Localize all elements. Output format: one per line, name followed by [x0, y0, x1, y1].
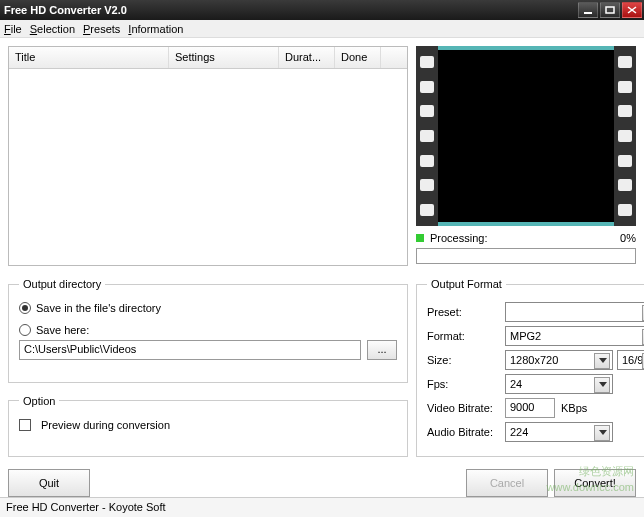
col-done[interactable]: Done — [335, 47, 381, 68]
col-settings[interactable]: Settings — [169, 47, 279, 68]
minimize-button[interactable] — [578, 2, 598, 18]
preset-select[interactable] — [505, 302, 644, 322]
format-label: Format: — [427, 330, 501, 342]
col-duration[interactable]: Durat... — [279, 47, 335, 68]
svg-rect-1 — [606, 7, 614, 13]
radio-save-here-label: Save here: — [36, 324, 89, 336]
radio-save-same[interactable] — [19, 302, 31, 314]
status-text: Free HD Converter - Koyote Soft — [6, 501, 166, 513]
processing-led-icon — [416, 234, 424, 242]
svg-rect-0 — [584, 12, 592, 14]
table-header: Title Settings Durat... Done — [9, 47, 407, 69]
menu-file[interactable]: File — [4, 23, 22, 35]
quit-button[interactable]: Quit — [8, 469, 90, 497]
file-list-table[interactable]: Title Settings Durat... Done — [8, 46, 408, 266]
option-group: Option Preview during conversion — [8, 395, 408, 458]
processing-percent: 0% — [620, 232, 636, 244]
output-directory-group: Output directory Save in the file's dire… — [8, 278, 408, 383]
menu-bar: File Selection Presets Information — [0, 20, 644, 38]
video-screen — [438, 50, 614, 222]
status-bar: Free HD Converter - Koyote Soft — [0, 497, 644, 517]
output-format-legend: Output Format — [427, 278, 506, 290]
radio-save-same-label: Save in the file's directory — [36, 302, 161, 314]
preview-checkbox-label: Preview during conversion — [41, 419, 170, 431]
film-sprocket-left — [416, 46, 438, 226]
close-button[interactable] — [622, 2, 642, 18]
video-bitrate-unit: KBps — [561, 402, 587, 414]
audio-bitrate-label: Audio Bitrate: — [427, 426, 501, 438]
menu-selection[interactable]: Selection — [30, 23, 75, 35]
audio-bitrate-select[interactable]: 224 — [505, 422, 613, 442]
convert-button[interactable]: Convert! — [554, 469, 636, 497]
window-title: Free HD Converter V2.0 — [4, 4, 127, 16]
radio-save-here[interactable] — [19, 324, 31, 336]
film-preview — [416, 46, 636, 226]
processing-label: Processing: — [430, 232, 487, 244]
button-row: Quit Cancel Convert! — [8, 465, 636, 501]
maximize-button[interactable] — [600, 2, 620, 18]
menu-presets[interactable]: Presets — [83, 23, 120, 35]
col-spacer — [381, 47, 407, 68]
output-format-group: Output Format Preset: Format: MPG2 Size:… — [416, 278, 644, 457]
fps-label: Fps: — [427, 378, 501, 390]
progress-bar — [416, 248, 636, 264]
output-path-input[interactable]: C:\Users\Public\Videos — [19, 340, 361, 360]
option-legend: Option — [19, 395, 59, 407]
video-bitrate-input[interactable]: 9000 — [505, 398, 555, 418]
size-label: Size: — [427, 354, 501, 366]
preview-panel: Processing: 0% — [416, 46, 636, 266]
menu-information[interactable]: Information — [128, 23, 183, 35]
film-sprocket-right — [614, 46, 636, 226]
title-bar: Free HD Converter V2.0 — [0, 0, 644, 20]
cancel-button[interactable]: Cancel — [466, 469, 548, 497]
size-select[interactable]: 1280x720 — [505, 350, 613, 370]
browse-button[interactable]: ... — [367, 340, 397, 360]
col-title[interactable]: Title — [9, 47, 169, 68]
fps-select[interactable]: 24 — [505, 374, 613, 394]
format-select[interactable]: MPG2 — [505, 326, 644, 346]
preview-checkbox[interactable] — [19, 419, 31, 431]
preset-label: Preset: — [427, 306, 501, 318]
aspect-select[interactable]: 16/9 — [617, 350, 644, 370]
video-bitrate-label: Video Bitrate: — [427, 402, 501, 414]
output-directory-legend: Output directory — [19, 278, 105, 290]
